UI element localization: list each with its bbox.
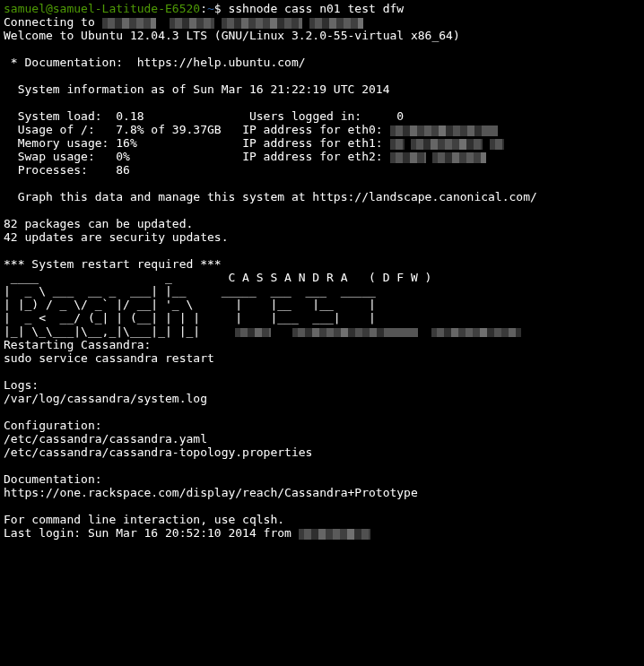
config-path-1: /etc/cassandra/cassandra.yaml: [4, 432, 207, 445]
redacted-ip: [490, 139, 504, 150]
redacted: [292, 328, 418, 337]
prompt-sep: :: [200, 2, 207, 15]
restarting-label: Restarting Cassandra:: [4, 338, 151, 351]
restart-required: *** System restart required ***: [4, 257, 222, 271]
security-updates: 42 updates are security updates.: [4, 230, 228, 244]
redacted-host: [222, 18, 302, 29]
redacted-ip: [432, 152, 486, 163]
redacted-host: [170, 18, 214, 29]
documentation-url: https://one.rackspace.com/display/reach/…: [4, 486, 418, 499]
documentation-line: * Documentation: https://help.ubuntu.com…: [4, 56, 306, 69]
stat-usage: Usage of /: 7.8% of 39.37GB IP address f…: [4, 123, 390, 136]
prompt-user: samuel@samuel-Latitude-E6520: [4, 2, 200, 15]
logs-label: Logs:: [4, 378, 39, 392]
config-path-2: /etc/cassandra/cassandra-topology.proper…: [4, 445, 312, 459]
cqlsh-hint: For command line interaction, use cqlsh.: [4, 513, 284, 526]
prompt-path: ~: [207, 2, 214, 15]
last-login: Last login: Sun Mar 16 20:52:10 2014 fro…: [4, 526, 299, 540]
redacted-host: [309, 18, 363, 29]
sysinfo-header: System information as of Sun Mar 16 21:2…: [4, 82, 389, 96]
welcome-line: Welcome to Ubuntu 12.04.3 LTS (GNU/Linux…: [4, 29, 460, 42]
pkg-updates: 82 packages can be updated.: [4, 217, 193, 230]
configuration-label: Configuration:: [4, 419, 102, 432]
stat-system-load: System load: 0.18 Users logged in: 0: [4, 109, 404, 123]
prompt-sigil: $: [214, 2, 222, 15]
stat-swap: Swap usage: 0% IP address for eth2:: [4, 150, 390, 163]
redacted: [235, 328, 271, 337]
redacted: [431, 328, 521, 337]
redacted-ip: [390, 152, 426, 163]
redacted-host: [299, 529, 370, 540]
connecting-line: Connecting to: [4, 15, 363, 29]
terminal-output[interactable]: samuel@samuel-Latitude-E6520:~$ sshnode …: [0, 0, 644, 541]
entered-command: sshnode cass n01 test dfw: [222, 2, 405, 15]
redacted-ip: [390, 139, 405, 150]
stat-processes: Processes: 86: [4, 163, 130, 177]
redacted-ip: [390, 125, 498, 136]
graph-line: Graph this data and manage this system a…: [4, 190, 537, 203]
documentation-label: Documentation:: [4, 472, 102, 486]
redacted-ip: [411, 139, 483, 150]
restart-command: sudo service cassandra restart: [4, 351, 214, 365]
stat-memory: Memory usage: 16% IP address for eth1:: [4, 136, 390, 150]
logs-path: /var/log/cassandra/system.log: [4, 392, 207, 405]
redacted-host: [102, 18, 156, 29]
